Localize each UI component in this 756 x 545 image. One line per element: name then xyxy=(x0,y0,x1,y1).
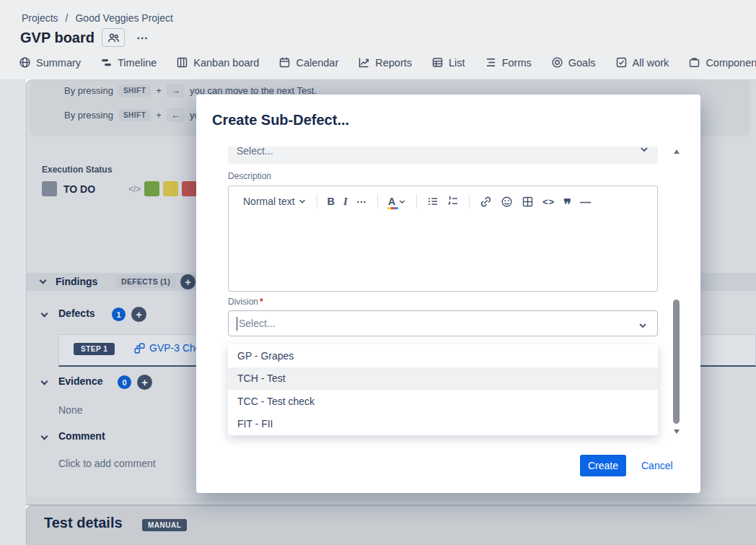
create-button[interactable]: Create xyxy=(580,455,626,476)
chevron-down-icon[interactable] xyxy=(41,378,48,385)
tab-forms[interactable]: Forms xyxy=(485,56,532,69)
bold-button[interactable]: B xyxy=(323,196,339,207)
chevron-down-icon[interactable] xyxy=(41,310,48,318)
tab-label: Reports xyxy=(375,57,412,69)
status-option-pass[interactable] xyxy=(144,181,159,196)
hint-plus: + xyxy=(156,110,162,121)
hint-line-previous: By pressing SHIFT + ← you xyxy=(64,108,205,122)
quote-button[interactable]: ❞ xyxy=(559,195,576,208)
text-style-dropdown[interactable]: Normal text xyxy=(239,196,311,207)
editor-toolbar: Normal text B I ⋯ A xyxy=(229,186,657,217)
tab-label: Summary xyxy=(36,57,81,69)
evidence-count: 0 xyxy=(118,375,131,389)
add-defect-button[interactable]: + xyxy=(131,307,146,322)
scrollbar-thumb[interactable] xyxy=(673,300,680,424)
divider-button[interactable]: — xyxy=(576,196,595,208)
board-people-button[interactable] xyxy=(102,28,125,47)
breadcrumb-project-name[interactable]: Good Veggies Project xyxy=(75,12,172,24)
tab-kanban-board[interactable]: Kanban board xyxy=(176,56,259,69)
status-option-fail[interactable] xyxy=(182,181,197,196)
list-icon xyxy=(431,56,444,69)
italic-button[interactable]: I xyxy=(339,196,352,208)
division-options-menu: GP - Grapes TCH - Test TCC - Test check … xyxy=(228,344,658,435)
execution-status-label: Execution Status xyxy=(42,165,112,175)
dialog-title: Create Sub-Defect... xyxy=(212,112,349,128)
tab-reports[interactable]: Reports xyxy=(358,56,412,69)
option-fit-fii[interactable]: FIT - FII xyxy=(228,413,658,436)
chevron-down-icon xyxy=(639,147,649,154)
text-color-button[interactable]: A xyxy=(384,196,410,206)
editor-content-area[interactable] xyxy=(229,217,657,292)
tab-timeline[interactable]: Timeline xyxy=(100,56,157,69)
status-color-gray xyxy=(42,181,57,196)
page-title: GVP board xyxy=(20,30,94,46)
tab-goals[interactable]: Goals xyxy=(551,56,596,69)
defects-count: 1 xyxy=(112,308,126,321)
cancel-button[interactable]: Cancel xyxy=(641,460,673,471)
chevron-down-icon[interactable] xyxy=(40,277,47,284)
status-option-caution[interactable] xyxy=(163,181,178,196)
option-tch-test[interactable]: TCH - Test xyxy=(228,367,658,391)
scroll-down-arrow-icon[interactable] xyxy=(674,430,680,434)
breadcrumb-separator: / xyxy=(66,12,69,24)
execution-status-value[interactable]: TO DO xyxy=(63,183,95,195)
option-tcc-test-check[interactable]: TCC - Test check xyxy=(228,390,658,413)
tab-calendar[interactable]: Calendar xyxy=(278,56,338,69)
emoji-button[interactable] xyxy=(496,196,517,208)
findings-title[interactable]: Findings xyxy=(56,276,97,287)
bullet-list-button[interactable] xyxy=(423,196,443,207)
top-select-clipped[interactable]: Select... xyxy=(228,147,658,164)
toolbar-separator xyxy=(377,194,378,209)
division-select[interactable]: Select... xyxy=(228,310,658,336)
chevron-down-icon xyxy=(638,321,648,331)
summary-icon xyxy=(19,56,31,69)
division-label: Division* xyxy=(228,297,263,307)
toolbar-separator xyxy=(317,194,317,209)
add-evidence-button[interactable]: + xyxy=(137,375,152,390)
page-header: Projects / Good Veggies Project GVP boar… xyxy=(0,0,756,79)
evidence-empty-text: None xyxy=(58,404,82,416)
tab-summary[interactable]: Summary xyxy=(19,56,81,69)
tab-label: Goals xyxy=(568,57,596,69)
modal-scrollbar[interactable] xyxy=(672,148,681,435)
tab-list[interactable]: List xyxy=(431,56,465,69)
defects-count-badge: DEFECTS (1) xyxy=(115,275,176,288)
tab-label: Components xyxy=(706,57,756,69)
tab-components[interactable]: Components xyxy=(688,56,756,69)
goals-icon xyxy=(551,56,563,69)
description-label: Description xyxy=(228,171,271,181)
code-block-button[interactable]: <> xyxy=(538,196,559,207)
tab-all-work[interactable]: All work xyxy=(615,56,669,69)
components-icon xyxy=(688,56,700,69)
comment-title[interactable]: Comment xyxy=(58,430,105,442)
reports-icon xyxy=(358,56,370,69)
chevron-down-icon[interactable] xyxy=(41,433,48,440)
more-formatting-button[interactable]: ⋯ xyxy=(352,196,372,207)
breadcrumb-projects[interactable]: Projects xyxy=(22,12,58,24)
shift-key-badge: SHIFT xyxy=(118,84,151,97)
link-button[interactable] xyxy=(475,196,496,208)
forms-icon xyxy=(485,56,497,69)
test-details-title: Test details xyxy=(44,515,123,531)
description-editor[interactable]: Normal text B I ⋯ A xyxy=(228,186,658,292)
section-divider xyxy=(26,497,756,505)
people-icon xyxy=(107,32,120,43)
board-more-button[interactable]: ⋯ xyxy=(132,31,153,45)
numbered-list-button[interactable] xyxy=(443,196,463,207)
required-asterisk: * xyxy=(260,297,263,307)
code-toggle-icon[interactable]: </> xyxy=(128,184,141,194)
arrow-left-key-badge: ← xyxy=(167,108,185,122)
add-finding-button[interactable]: + xyxy=(180,274,195,289)
defects-title[interactable]: Defects xyxy=(58,308,95,319)
table-button[interactable] xyxy=(517,196,538,208)
hint-text: By pressing xyxy=(64,110,113,121)
scroll-up-arrow-icon[interactable] xyxy=(674,149,680,154)
toolbar-separator xyxy=(416,194,417,209)
tab-label: Forms xyxy=(502,57,532,69)
shift-key-badge: SHIFT xyxy=(118,109,151,121)
evidence-title[interactable]: Evidence xyxy=(58,375,102,387)
tab-label: All work xyxy=(633,57,669,69)
option-gp-grapes[interactable]: GP - Grapes xyxy=(228,344,658,367)
add-comment-placeholder[interactable]: Click to add comment xyxy=(58,458,156,469)
arrow-right-key-badge: → xyxy=(167,84,185,97)
